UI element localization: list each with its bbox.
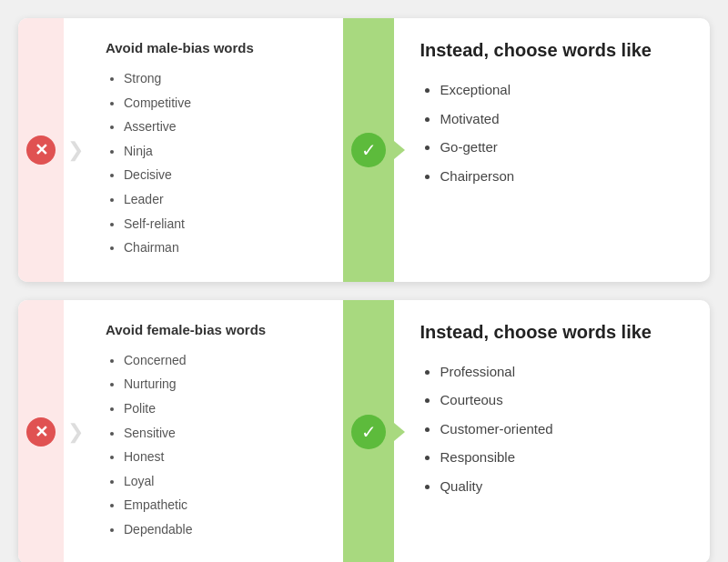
instead-section-female: Instead, choose words like ProfessionalC… — [394, 300, 710, 562]
list-item: Quality — [440, 472, 688, 501]
list-item: Dependable — [124, 517, 329, 542]
list-item: Exceptional — [440, 75, 688, 105]
avoid-list-male: StrongCompetitiveAssertiveNinjaDecisiveL… — [106, 66, 329, 260]
left-arrow-male: ❯ — [64, 18, 87, 282]
list-item: Responsible — [440, 443, 688, 472]
avoid-title-male: Avoid male-bias words — [106, 40, 329, 55]
divider-arrow-male — [394, 141, 405, 159]
check-icon-female: ✓ — [351, 415, 386, 449]
female-bias-card: ✕ ❯ Avoid female-bias words ConcernedNur… — [18, 300, 710, 562]
instead-title-male: Instead, choose words like — [420, 40, 688, 61]
check-icon-male: ✓ — [351, 133, 386, 167]
list-item: Courteous — [440, 386, 688, 415]
avoid-section-female: Avoid female-bias words ConcernedNurturi… — [87, 300, 343, 562]
list-item: Professional — [440, 357, 688, 386]
male-bias-card: ✕ ❯ Avoid male-bias words StrongCompetit… — [18, 18, 710, 282]
instead-list-female: ProfessionalCourteousCustomer-orientedRe… — [420, 357, 688, 501]
list-item: Chairperson — [440, 162, 688, 191]
left-accent-male: ✕ — [18, 18, 64, 282]
list-item: Loyal — [124, 469, 329, 494]
list-item: Empathetic — [124, 493, 329, 517]
center-divider-female: ✓ — [343, 300, 394, 562]
list-item: Decisive — [124, 163, 329, 187]
list-item: Chairman — [124, 236, 329, 260]
list-item: Self-reliant — [124, 212, 329, 236]
list-item: Concerned — [124, 348, 329, 373]
instead-section-male: Instead, choose words like ExceptionalMo… — [394, 18, 710, 282]
list-item: Nurturing — [124, 372, 329, 396]
list-item: Motivated — [440, 105, 688, 134]
instead-title-female: Instead, choose words like — [420, 322, 688, 343]
list-item: Competitive — [124, 91, 329, 115]
list-item: Polite — [124, 396, 329, 421]
list-item: Leader — [124, 187, 329, 212]
list-item: Go-getter — [440, 133, 688, 162]
list-item: Sensitive — [124, 421, 329, 446]
avoid-list-female: ConcernedNurturingPoliteSensitiveHonestL… — [106, 348, 329, 542]
list-item: Strong — [124, 66, 329, 91]
left-arrow-female: ❯ — [64, 300, 87, 562]
center-divider-male: ✓ — [343, 18, 394, 282]
x-icon-male: ✕ — [26, 135, 56, 165]
avoid-section-male: Avoid male-bias words StrongCompetitiveA… — [87, 18, 343, 282]
list-item: Customer-oriented — [440, 415, 688, 444]
list-item: Ninja — [124, 139, 329, 164]
avoid-title-female: Avoid female-bias words — [106, 322, 329, 337]
divider-arrow-female — [394, 423, 405, 441]
list-item: Honest — [124, 445, 329, 469]
list-item: Assertive — [124, 115, 329, 139]
left-accent-female: ✕ — [18, 300, 64, 562]
instead-list-male: ExceptionalMotivatedGo-getterChairperson — [420, 75, 688, 190]
x-icon-female: ✕ — [26, 417, 56, 447]
